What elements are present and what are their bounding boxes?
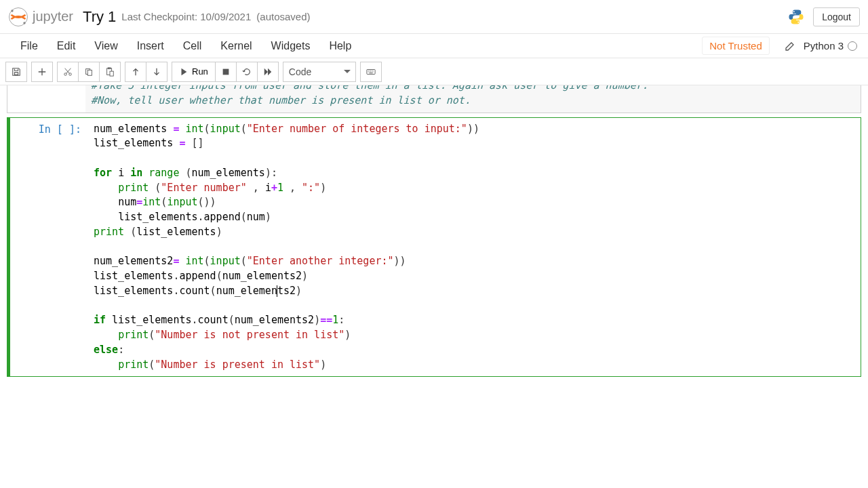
svg-point-4 — [797, 21, 799, 22]
svg-point-2 — [23, 22, 25, 24]
trust-indicator[interactable]: Not Trusted — [702, 37, 770, 55]
stop-icon — [221, 67, 231, 77]
toolbar: Run Code — [0, 58, 868, 85]
cell-prompt: In [13]: — [7, 85, 85, 113]
svg-rect-11 — [110, 71, 113, 76]
run-label: Run — [192, 66, 208, 77]
copy-icon — [84, 67, 94, 77]
cell-input[interactable]: num_elements = int(input("Enter number o… — [88, 118, 861, 377]
restart-run-all-button[interactable] — [257, 62, 279, 82]
move-up-button[interactable] — [125, 62, 146, 82]
arrow-up-icon — [131, 67, 140, 77]
keyboard-icon — [366, 67, 376, 77]
menu-insert[interactable]: Insert — [127, 36, 174, 56]
svg-point-1 — [11, 9, 13, 12]
arrow-down-icon — [152, 67, 161, 77]
logout-button[interactable]: Logout — [813, 7, 860, 26]
svg-point-3 — [793, 11, 795, 12]
notebook-title[interactable]: Try 1 — [83, 8, 116, 26]
cell-input[interactable]: #Take 5 integer inputs from user and sto… — [85, 85, 861, 113]
kernel-name: Python 3 — [804, 40, 844, 52]
jupyter-logo-icon — [8, 7, 28, 27]
command-palette-button[interactable] — [360, 62, 382, 82]
run-button[interactable]: Run — [172, 62, 216, 82]
restart-icon — [242, 67, 252, 77]
menu-file[interactable]: File — [11, 36, 47, 56]
cell-prompt: In [ ]: — [10, 118, 88, 377]
menu-edit[interactable]: Edit — [47, 36, 85, 56]
code-cell-partial[interactable]: In [13]: #Take 5 integer inputs from use… — [7, 85, 861, 113]
move-down-button[interactable] — [146, 62, 167, 82]
paste-icon — [105, 67, 115, 77]
cut-icon — [63, 67, 73, 77]
add-cell-button[interactable] — [31, 62, 53, 82]
checkpoint-text: Last Checkpoint: 10/09/2021 — [121, 11, 251, 22]
autosaved-text: (autosaved) — [256, 11, 310, 22]
jupyter-brand: jupyter — [33, 9, 73, 24]
menubar: File Edit View Insert Cell Kernel Widget… — [0, 34, 868, 58]
menu-kernel[interactable]: Kernel — [211, 36, 261, 56]
copy-button[interactable] — [78, 62, 100, 82]
play-icon — [179, 67, 189, 77]
menu-help[interactable]: Help — [319, 36, 361, 56]
notebook-area: In [13]: #Take 5 integer inputs from use… — [0, 85, 868, 488]
edit-icon[interactable] — [785, 41, 795, 52]
menu-view[interactable]: View — [85, 36, 127, 56]
save-button[interactable] — [5, 62, 27, 82]
restart-button[interactable] — [236, 62, 258, 82]
cell-type-select[interactable]: Code — [283, 62, 356, 82]
save-icon — [12, 67, 21, 77]
code-cell-active[interactable]: In [ ]: num_elements = int(input("Enter … — [7, 117, 861, 378]
header: jupyter Try 1 Last Checkpoint: 10/09/202… — [0, 0, 868, 34]
kernel-indicator-icon — [848, 41, 857, 51]
svg-rect-8 — [87, 70, 92, 75]
plus-icon — [37, 67, 47, 77]
svg-rect-12 — [222, 68, 229, 75]
cut-button[interactable] — [57, 62, 79, 82]
interrupt-button[interactable] — [215, 62, 237, 82]
menu-cell[interactable]: Cell — [174, 36, 212, 56]
menu-widgets[interactable]: Widgets — [262, 36, 320, 56]
fast-forward-icon — [263, 67, 273, 77]
paste-button[interactable] — [99, 62, 121, 82]
python-icon — [787, 8, 805, 26]
